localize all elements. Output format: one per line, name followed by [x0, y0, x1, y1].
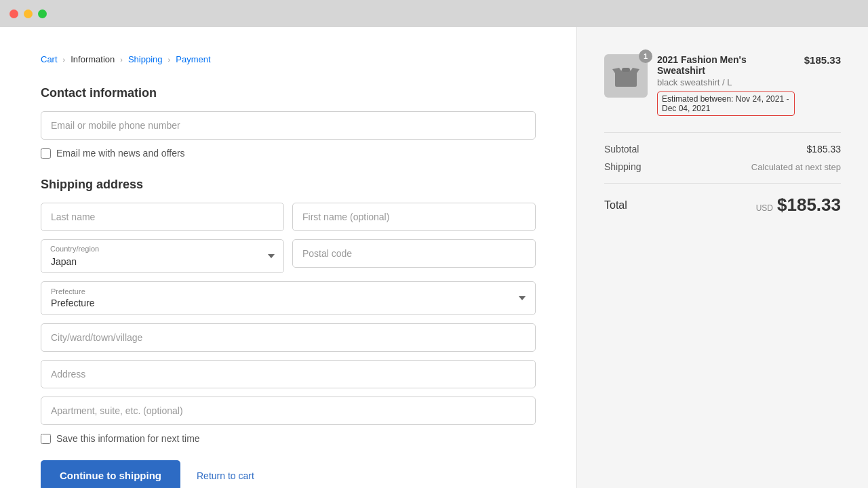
- subtotal-row: Subtotal $185.33: [604, 144, 841, 155]
- product-info: 2021 Fashion Men's Sweatshirt black swea…: [657, 54, 795, 116]
- breadcrumb-shipping[interactable]: Shipping: [128, 54, 163, 64]
- breadcrumb-sep-1: ›: [63, 56, 66, 64]
- minimize-button[interactable]: [24, 9, 33, 18]
- product-name: 2021 Fashion Men's Sweatshirt: [657, 54, 795, 76]
- save-info-row: Save this information for next time: [41, 433, 536, 444]
- newsletter-row: Email me with news and offers: [41, 148, 536, 159]
- address-input[interactable]: [41, 360, 536, 388]
- shipping-value: Calculated at next step: [751, 162, 841, 172]
- titlebar: [0, 0, 868, 27]
- prefecture-select[interactable]: Prefecture: [51, 298, 508, 308]
- total-amount: $185.33: [777, 195, 841, 216]
- close-button[interactable]: [9, 9, 18, 18]
- postal-input[interactable]: [292, 239, 536, 268]
- last-name-group: [41, 203, 284, 231]
- right-panel: 1 2021 Fashion Men's Sweatshirt black sw…: [576, 27, 868, 488]
- apartment-input[interactable]: [41, 396, 536, 425]
- country-select-wrapper: Country/region Japan: [41, 239, 284, 273]
- postal-group: [292, 239, 536, 273]
- save-info-checkbox[interactable]: [41, 434, 51, 444]
- prefecture-label: Prefecture: [51, 287, 508, 296]
- country-select[interactable]: Japan: [41, 239, 284, 273]
- subtotal-label: Subtotal: [604, 144, 639, 155]
- breadcrumb-sep-2: ›: [120, 56, 123, 64]
- product-badge: 1: [639, 49, 652, 63]
- breadcrumb-information[interactable]: Information: [71, 54, 115, 64]
- svg-rect-0: [615, 70, 637, 87]
- order-item: 1 2021 Fashion Men's Sweatshirt black sw…: [604, 54, 841, 116]
- total-value-wrapper: USD $185.33: [756, 195, 841, 216]
- newsletter-label: Email me with news and offers: [56, 148, 185, 159]
- email-form-group: [41, 111, 536, 140]
- first-name-input[interactable]: [292, 203, 536, 231]
- newsletter-checkbox[interactable]: [41, 148, 51, 159]
- page-wrapper: Cart › Information › Shipping › Payment …: [0, 27, 868, 488]
- country-group: Country/region Japan: [41, 239, 284, 273]
- country-postal-row: Country/region Japan: [41, 239, 536, 281]
- shipping-label: Shipping: [604, 161, 642, 172]
- left-panel: Cart › Information › Shipping › Payment …: [0, 27, 576, 488]
- breadcrumb-sep-3: ›: [168, 56, 171, 64]
- continue-shipping-button[interactable]: Continue to shipping: [41, 460, 180, 488]
- name-row: [41, 203, 536, 239]
- breadcrumb: Cart › Information › Shipping › Payment: [41, 54, 536, 64]
- maximize-button[interactable]: [38, 9, 47, 18]
- address-group: [41, 360, 536, 388]
- divider-2: [604, 183, 841, 184]
- divider-1: [604, 132, 841, 133]
- first-name-group: [292, 203, 536, 231]
- product-image-svg: [612, 62, 639, 89]
- email-input[interactable]: [41, 111, 536, 140]
- city-group: [41, 323, 536, 352]
- last-name-input[interactable]: [41, 203, 284, 231]
- contact-section-title: Contact information: [41, 86, 536, 100]
- product-price: $185.33: [804, 54, 841, 66]
- button-row: Continue to shipping Return to cart: [41, 460, 536, 488]
- breadcrumb-payment[interactable]: Payment: [176, 54, 210, 64]
- product-img-wrapper: 1: [604, 54, 648, 98]
- prefecture-wrapper: Prefecture Prefecture: [41, 281, 536, 315]
- subtotal-value: $185.33: [806, 144, 841, 155]
- product-delivery: Estimated between: Nov 24, 2021 - Dec 04…: [657, 92, 795, 116]
- total-row: Total USD $185.33: [604, 195, 841, 216]
- total-label: Total: [604, 199, 627, 211]
- product-variant: black sweatshirt / L: [657, 77, 795, 87]
- city-input[interactable]: [41, 323, 536, 352]
- svg-rect-1: [622, 68, 630, 72]
- shipping-row: Shipping Calculated at next step: [604, 161, 841, 172]
- apartment-group: [41, 396, 536, 425]
- return-to-cart-link[interactable]: Return to cart: [197, 470, 254, 481]
- breadcrumb-cart[interactable]: Cart: [41, 54, 58, 64]
- shipping-section-title: Shipping address: [41, 178, 536, 192]
- total-currency: USD: [756, 203, 773, 213]
- save-info-label: Save this information for next time: [56, 433, 200, 444]
